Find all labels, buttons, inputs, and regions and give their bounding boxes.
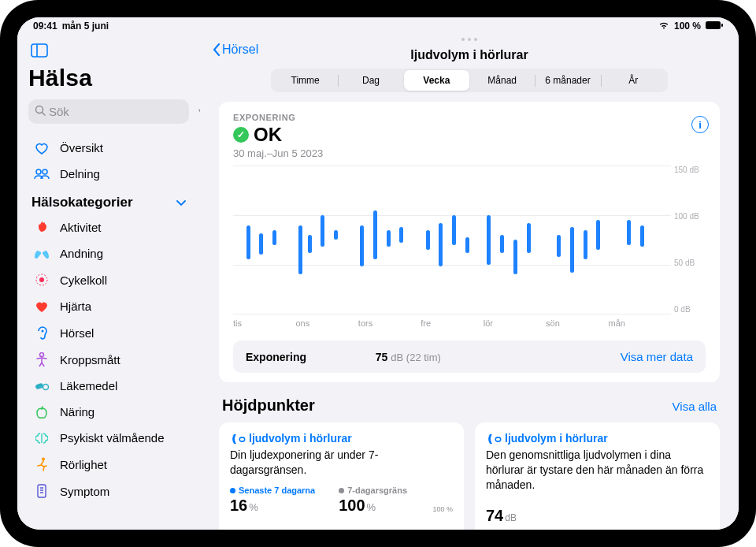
highlight-card-1-desc: Din ljudexponering är under 7-dagarsgrän…: [230, 448, 453, 478]
sidebar-toggle-button[interactable]: [28, 41, 50, 60]
heart-fill-icon: [33, 301, 50, 312]
sidebar-category-andning[interactable]: Andning: [28, 240, 189, 266]
back-label: Hörsel: [222, 43, 258, 57]
segment-6-månader[interactable]: 6 månader: [535, 70, 600, 91]
sidebar-category-symptom[interactable]: Symptom: [28, 478, 189, 504]
search-icon: [35, 105, 46, 119]
sidebar-category-hörsel[interactable]: Hörsel: [28, 319, 189, 346]
segment-vecka[interactable]: Vecka: [404, 70, 469, 91]
categories-header-label: Hälsokategorier: [32, 195, 133, 210]
status-bar: 09:41 mån 5 juni 100 %: [17, 17, 739, 35]
svg-point-15: [43, 384, 49, 389]
sidebar-category-label: Rörlighet: [60, 458, 107, 471]
sidebar-primary-label: Delning: [60, 167, 100, 180]
sidebar-category-label: Andning: [60, 247, 103, 260]
chart-bar: [373, 210, 377, 260]
highlight-card-2-desc: Den genomsnittliga ljudvolymen i dina hö…: [486, 448, 709, 493]
chart-bar: [584, 230, 587, 260]
sidebar-category-läkemedel[interactable]: Läkemedel: [28, 373, 189, 399]
ear-icon: ❪ᴑ: [230, 433, 246, 445]
body-icon: [33, 352, 50, 367]
cycle-icon: [33, 273, 50, 287]
segment-månad[interactable]: Månad: [469, 70, 535, 91]
sidebar-category-aktivitet[interactable]: Aktivitet: [28, 214, 189, 240]
chart-bar: [334, 230, 338, 240]
search-field[interactable]: [28, 99, 189, 124]
svg-point-8: [36, 169, 41, 174]
chart-bar: [557, 235, 561, 257]
exposure-label: EXPONERING: [233, 113, 706, 122]
metric-1-label: Senaste 7 dagarna: [239, 486, 315, 495]
battery-percent: 100 %: [674, 20, 701, 32]
show-more-data-link[interactable]: Visa mer data: [621, 350, 693, 363]
show-all-link[interactable]: Visa alla: [673, 400, 717, 413]
svg-rect-1: [721, 24, 723, 27]
brain-icon: [33, 432, 50, 445]
status-text: OK: [254, 124, 282, 146]
chart-bar: [439, 223, 443, 266]
svg-point-13: [40, 353, 44, 357]
chart-bar: [246, 225, 250, 260]
sidebar-category-hjärta[interactable]: Hjärta: [28, 293, 189, 319]
chart-bar: [321, 215, 324, 247]
sidebar-category-label: Hörsel: [60, 326, 94, 340]
svg-point-12: [42, 330, 44, 333]
sidebar-category-näring[interactable]: Näring: [28, 399, 189, 425]
status-time: 09:41: [33, 20, 57, 32]
sidebar-category-label: Hjärta: [60, 300, 91, 313]
chart-bar: [640, 225, 644, 247]
chart-bar: [452, 215, 456, 245]
highlight-card-1[interactable]: ❪ᴑ ljudvolym i hörlurar Din ljudexponeri…: [219, 422, 464, 530]
chart-bar: [465, 237, 469, 253]
svg-rect-2: [32, 44, 47, 57]
apple-icon: [33, 406, 50, 419]
chart-bar: [596, 220, 600, 250]
back-button[interactable]: Hörsel: [213, 43, 258, 57]
sidebar-category-kroppsmått[interactable]: Kroppsmått: [28, 346, 189, 373]
chart-bar: [298, 225, 302, 275]
search-input[interactable]: [49, 105, 198, 118]
multitask-dots-icon[interactable]: [461, 38, 477, 41]
nav-bar: Hörsel ljudvolym i hörlurar: [200, 35, 739, 64]
highlight-card-2[interactable]: ❪ᴑ ljudvolym i hörlurar Den genomsnittli…: [475, 422, 720, 530]
segment-dag[interactable]: Dag: [338, 70, 403, 91]
chart-bar: [387, 230, 391, 247]
segment-timme[interactable]: Timme: [272, 70, 338, 91]
chart-bar: [487, 215, 491, 265]
sidebar-category-rörlighet[interactable]: Rörlighet: [28, 451, 189, 478]
svg-rect-17: [38, 485, 46, 497]
categories-header[interactable]: Hälsokategorier: [28, 187, 189, 214]
sidebar-primary-översikt[interactable]: Översikt: [28, 135, 189, 161]
sidebar-category-label: Kroppsmått: [60, 353, 120, 367]
lungs-icon: [33, 248, 50, 259]
ear-icon: [33, 326, 50, 340]
flame-icon: [33, 220, 50, 234]
chart-bar: [259, 233, 263, 255]
sidebar-category-cykelkoll[interactable]: Cykelkoll: [28, 266, 189, 293]
sidebar-category-psykiskt-välmående[interactable]: Psykiskt välmående: [28, 425, 189, 451]
segment-år[interactable]: År: [601, 70, 666, 91]
info-button[interactable]: i: [691, 116, 709, 133]
x-axis: tisonstorsfrelörsönmån: [233, 318, 671, 331]
sidebar-category-label: Näring: [60, 405, 94, 419]
svg-point-16: [42, 458, 45, 461]
battery-icon: [706, 20, 723, 32]
sidebar: Hälsa ÖversiktDelning Hälsokategorier: [17, 35, 200, 530]
content-area: Hörsel ljudvolym i hörlurar TimmeDagVeck…: [200, 35, 739, 530]
chart-bar: [426, 230, 430, 250]
sidebar-category-label: Symptom: [60, 485, 109, 498]
page-title: ljudvolym i hörlurar: [410, 48, 528, 62]
chart-bar: [500, 235, 504, 253]
exposure-summary-value: 75: [376, 351, 388, 363]
chart-bar: [527, 223, 531, 253]
sidebar-category-label: Läkemedel: [60, 379, 117, 393]
svg-point-11: [39, 277, 44, 282]
sidebar-primary-delning[interactable]: Delning: [28, 161, 189, 187]
time-range-segmented[interactable]: TimmeDagVeckaMånad6 månaderÅr: [271, 69, 668, 92]
sidebar-category-label: Aktivitet: [60, 221, 102, 234]
wifi-icon: [658, 20, 669, 32]
exposure-summary-label: Exponering: [246, 351, 306, 363]
chart-bar: [570, 227, 574, 273]
chart-bar: [513, 240, 517, 274]
chart-bar: [308, 235, 312, 253]
